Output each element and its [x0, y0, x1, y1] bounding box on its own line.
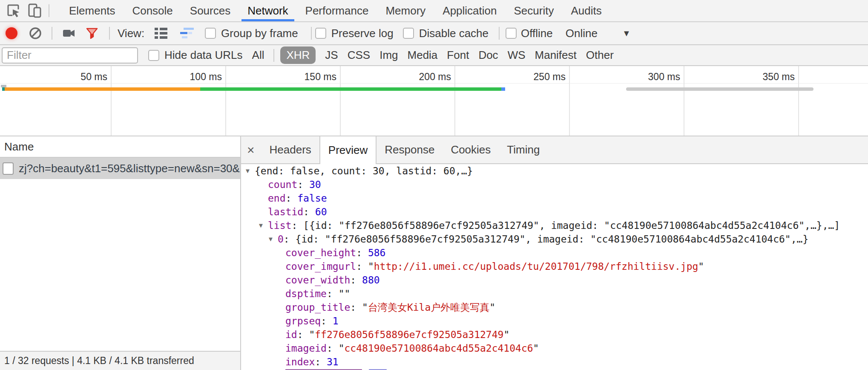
divider: [311, 27, 312, 40]
json-quote: ": [368, 260, 374, 273]
json-quote: ": [698, 260, 704, 273]
preserve-log-label: Preserve log: [331, 27, 394, 40]
preview-row[interactable]: cover_width: 880: [241, 273, 868, 287]
detail-tab-response[interactable]: Response: [377, 136, 443, 163]
json-string-value: cc48190e57100864abc4d55a2c4104c6: [345, 341, 533, 355]
timeline-gridline: [569, 66, 570, 136]
tab-performance[interactable]: Performance: [297, 0, 377, 21]
request-detail-panel: × HeadersPreviewResponseCookiesTiming ▼{…: [241, 136, 868, 370]
timeline-tick-label: 50 ms: [35, 71, 107, 83]
filter-type-list: XHRJSCSSImgMediaFontDocWSManifestOther: [274, 46, 613, 64]
filter-input[interactable]: [2, 47, 138, 64]
json-quote: ": [533, 341, 539, 355]
json-quote: ": [503, 328, 509, 341]
json-string-value: ff276e8056f58896e7cf92505a312749: [315, 328, 503, 341]
json-text: :: [350, 301, 362, 314]
requests-empty-area: [0, 179, 240, 351]
tab-network[interactable]: Network: [239, 0, 296, 21]
filter-type-doc[interactable]: Doc: [478, 49, 498, 62]
overview-bar-track-gray: [626, 87, 813, 91]
preview-row[interactable]: grpseq: 1: [241, 314, 868, 328]
json-string-value: http://i1.umei.cc/uploads/tu/201701/798/…: [374, 260, 698, 273]
disclosure-triangle-icon[interactable]: ▼: [267, 232, 278, 246]
throttling-select-value[interactable]: Online: [566, 27, 598, 40]
preview-row[interactable]: dsptime: "": [241, 287, 868, 301]
tab-sources[interactable]: Sources: [181, 0, 239, 21]
network-overview[interactable]: 50 ms100 ms150 ms200 ms250 ms300 ms350 m…: [0, 66, 868, 136]
preview-row[interactable]: ▼0: {id: "ff276e8056f58896e7cf92505a3127…: [241, 232, 868, 246]
close-icon[interactable]: ×: [241, 136, 262, 163]
filter-type-xhr[interactable]: XHR: [280, 46, 316, 64]
filter-type-css[interactable]: CSS: [348, 49, 370, 62]
preview-row[interactable]: imageid: "cc48190e57100864abc4d55a2c4104…: [241, 341, 868, 355]
disable-cache-checkbox[interactable]: [403, 28, 414, 39]
inspect-element-icon[interactable]: [5, 2, 22, 19]
preview-row[interactable]: cover_height: 586: [241, 246, 868, 260]
json-number-value: 60: [315, 205, 327, 219]
request-checkbox[interactable]: [3, 162, 14, 175]
json-number-value: 31: [327, 355, 339, 369]
json-text: :: [315, 355, 327, 369]
preview-row[interactable]: cover_imgurl: "http://i1.umei.cc/uploads…: [241, 260, 868, 273]
json-quote: ": [362, 301, 368, 314]
filter-type-font[interactable]: Font: [447, 49, 469, 62]
preview-row[interactable]: count: 30: [241, 178, 868, 191]
preview-row[interactable]: index: 31: [241, 355, 868, 369]
preview-row[interactable]: end: false: [241, 191, 868, 205]
tab-elements[interactable]: Elements: [60, 0, 124, 21]
group-by-frame-checkbox[interactable]: [205, 28, 216, 39]
overview-bar-load-green: [200, 87, 501, 91]
timeline-tick-label: 250 ms: [493, 71, 566, 83]
filter-type-all[interactable]: All: [252, 49, 264, 62]
disclosure-triangle-icon[interactable]: ▼: [258, 219, 268, 232]
disclosure-triangle-icon[interactable]: ▼: [244, 164, 255, 178]
tab-application[interactable]: Application: [434, 0, 505, 21]
tab-memory[interactable]: Memory: [377, 0, 434, 21]
json-text: :: [350, 273, 362, 287]
detail-tabs: HeadersPreviewResponseCookiesTiming: [262, 136, 548, 163]
filter-type-media[interactable]: Media: [408, 49, 438, 62]
detail-tab-timing[interactable]: Timing: [499, 136, 548, 163]
offline-checkbox[interactable]: [506, 28, 517, 39]
list-view-icon[interactable]: [155, 27, 167, 39]
main-tabs: ElementsConsoleSourcesNetworkPerformance…: [60, 0, 610, 21]
filter-type-manifest[interactable]: Manifest: [535, 49, 577, 62]
filter-type-other[interactable]: Other: [586, 49, 614, 62]
clear-icon[interactable]: [29, 26, 42, 40]
device-toolbar-icon[interactable]: [26, 2, 43, 19]
preview-row[interactable]: ▼list: [{id: "ff276e8056f58896e7cf92505a…: [241, 219, 868, 232]
name-column-header[interactable]: Name: [0, 136, 240, 158]
detail-tab-cookies[interactable]: Cookies: [443, 136, 499, 163]
hide-data-urls-checkbox[interactable]: [148, 50, 159, 61]
tab-console[interactable]: Console: [124, 0, 181, 21]
record-button[interactable]: [6, 27, 17, 39]
screenshot-camera-icon[interactable]: [62, 27, 76, 40]
detail-tab-headers[interactable]: Headers: [262, 136, 319, 163]
preview-row[interactable]: ▼{end: false, count: 30, lastid: 60,…}: [241, 164, 868, 178]
hide-data-urls-label: Hide data URLs: [164, 49, 243, 62]
filter-type-js[interactable]: JS: [325, 49, 338, 62]
timeline-tick-label: 350 ms: [722, 71, 795, 83]
json-text: :: [286, 191, 298, 205]
preview-row[interactable]: lastid: 60: [241, 205, 868, 219]
throttling-dropdown-arrow-icon[interactable]: ▼: [622, 29, 631, 38]
tab-security[interactable]: Security: [506, 0, 563, 21]
json-quote: "": [339, 287, 351, 301]
waterfall-view-icon[interactable]: [180, 28, 194, 39]
offline-label: Offline: [521, 27, 553, 40]
preserve-log-checkbox[interactable]: [315, 28, 326, 39]
requests-panel: Name zj?ch=beauty&t1=595&listtype=new&sn…: [0, 136, 241, 370]
json-key: list: [268, 219, 291, 232]
json-number-value: 880: [362, 273, 380, 287]
request-row[interactable]: zj?ch=beauty&t1=595&listtype=new&sn=30&l…: [0, 158, 240, 179]
detail-tab-preview[interactable]: Preview: [319, 136, 377, 164]
filter-type-ws[interactable]: WS: [508, 49, 526, 62]
preview-row[interactable]: id: "ff276e8056f58896e7cf92505a312749": [241, 328, 868, 341]
disable-cache-label: Disable cache: [419, 27, 489, 40]
tab-audits[interactable]: Audits: [562, 0, 610, 21]
filter-funnel-icon[interactable]: [85, 26, 99, 40]
json-quote: ": [339, 341, 345, 355]
preview-row[interactable]: group_title: "台湾美女Kila户外唯美写真": [241, 301, 868, 314]
json-key: group_title: [285, 301, 350, 314]
filter-type-img[interactable]: Img: [379, 49, 398, 62]
